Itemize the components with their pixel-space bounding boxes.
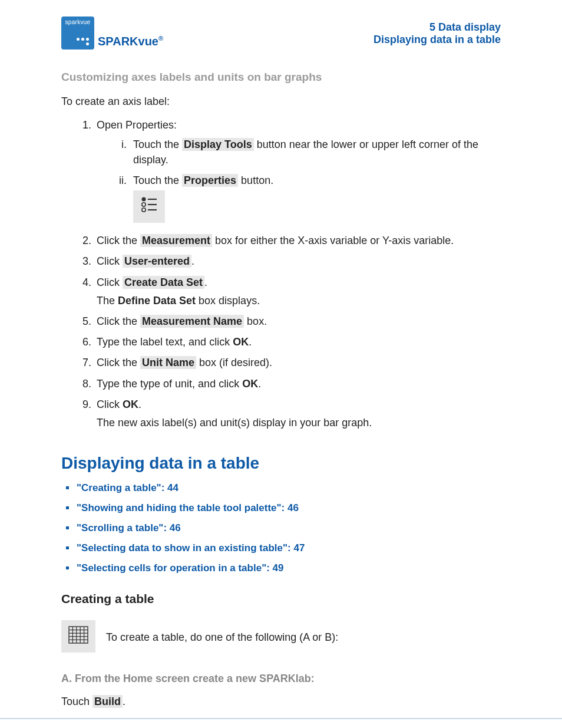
logo-dots-icon (75, 37, 90, 46)
toc-link[interactable]: "Selecting cells for operation in a tabl… (74, 562, 501, 574)
step-1: Open Properties: Touch the Display Tools… (94, 118, 501, 228)
step-5: Click the Measurement Name box. (94, 314, 501, 329)
properties-label: Properties (182, 174, 238, 187)
page-footer: PASCO® Document Number: 012-11074D 44 (0, 718, 562, 728)
step-2: Click the Measurement box for either the… (94, 233, 501, 248)
svg-point-4 (142, 208, 146, 212)
option-a-text: Touch Build. (61, 694, 501, 709)
build-label: Build (92, 695, 123, 708)
create-table-row: To create a table, do one of the followi… (61, 618, 501, 657)
toc-link[interactable]: "Selecting data to show in an existing t… (74, 542, 501, 554)
step-note: The new axis label(s) and unit(s) displa… (97, 416, 501, 430)
section-heading: Displaying data in a table (61, 454, 501, 473)
header-right: 5 Data display Displaying data in a tabl… (373, 17, 501, 46)
subsection-heading: Creating a table (61, 592, 501, 606)
svg-rect-6 (69, 627, 88, 643)
step-9: Click OK. The new axis label(s) and unit… (94, 397, 501, 430)
step-text: Open Properties: (97, 119, 177, 131)
toc-link[interactable]: "Scrolling a table": 46 (74, 522, 501, 534)
substeps-list: Touch the Display Tools button near the … (97, 137, 501, 228)
toc-list: "Creating a table": 44 "Showing and hidi… (61, 482, 501, 574)
properties-icon (133, 190, 165, 223)
svg-point-0 (142, 197, 146, 202)
brand: sparkvue SPARKvue® (61, 17, 163, 50)
toc-link[interactable]: "Showing and hiding the table tool palet… (74, 502, 501, 514)
display-tools-label: Display Tools (182, 138, 254, 151)
step-6: Type the label text, and click OK. (94, 335, 501, 350)
table-icon (61, 620, 95, 653)
svg-point-2 (142, 203, 146, 206)
option-a-heading: A. From the Home screen create a new SPA… (61, 673, 501, 685)
step-4: Click Create Data Set. The Define Data S… (94, 275, 501, 308)
intro-text: To create an axis label: (61, 94, 501, 108)
create-table-text: To create a table, do one of the followi… (106, 631, 338, 644)
substep-ii: Touch the Properties button. (130, 173, 501, 228)
logo-text: sparkvue (61, 19, 94, 25)
section-label: Displaying data in a table (373, 34, 501, 46)
chapter-label: 5 Data display (373, 21, 501, 34)
step-8: Type the type of unit, and click OK. (94, 377, 501, 391)
app-logo-icon: sparkvue (61, 17, 94, 50)
step-7: Click the Unit Name box (if desired). (94, 355, 501, 370)
step-3: Click User-entered. (94, 254, 501, 269)
page-header: sparkvue SPARKvue® 5 Data display Displa… (61, 17, 501, 50)
subsection-heading: Customizing axes labels and units on bar… (61, 71, 501, 84)
toc-link[interactable]: "Creating a table": 44 (74, 482, 501, 494)
substep-i: Touch the Display Tools button near the … (130, 137, 501, 167)
product-name: SPARKvue® (98, 35, 163, 50)
steps-list: Open Properties: Touch the Display Tools… (61, 118, 501, 430)
